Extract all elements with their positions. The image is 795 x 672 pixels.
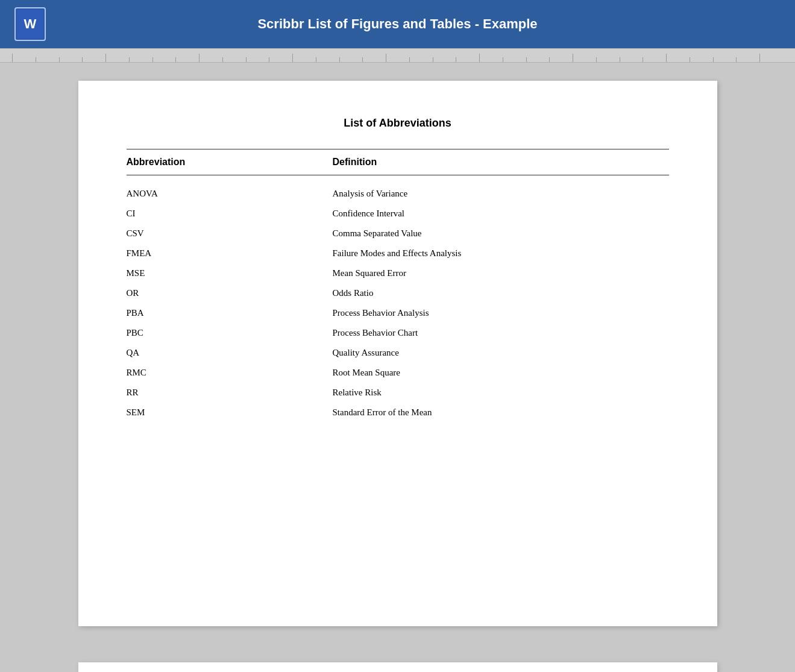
abbrev-cell: FMEA (127, 243, 333, 263)
abbrev-cell: ANOVA (127, 175, 333, 204)
ruler-mark (736, 57, 759, 62)
ruler-mark (269, 57, 292, 62)
abbrev-cell: RMC (127, 363, 333, 383)
definition-cell: Quality Assurance (333, 343, 669, 363)
ruler-marks (0, 49, 795, 62)
table-row: OROdds Ratio (127, 283, 669, 303)
ruler-mark (59, 57, 83, 62)
footer-area: Scribbr (0, 662, 795, 672)
table-row: RMCRoot Mean Square (127, 363, 669, 383)
scribbr-footer-bar: Scribbr (78, 662, 717, 672)
ruler-bar (0, 48, 795, 63)
table-header-row: Abbreviation Definition (127, 149, 669, 175)
definition-cell: Root Mean Square (333, 363, 669, 383)
ruler-mark (199, 54, 222, 62)
abbrev-cell: PBA (127, 303, 333, 323)
ruler-mark (36, 57, 59, 62)
abbrev-cell: QA (127, 343, 333, 363)
table-row: QAQuality Assurance (127, 343, 669, 363)
definition-cell: Odds Ratio (333, 283, 669, 303)
ruler-mark (666, 54, 690, 62)
ruler-mark (105, 54, 129, 62)
definition-cell: Confidence Interval (333, 204, 669, 224)
table-row: MSEMean Squared Error (127, 263, 669, 283)
abbrev-cell: RR (127, 383, 333, 403)
word-icon-letter: W (17, 10, 43, 39)
ruler-mark (526, 57, 550, 62)
definition-cell: Process Behavior Chart (333, 323, 669, 343)
abbrev-cell: MSE (127, 263, 333, 283)
abbrev-cell: OR (127, 283, 333, 303)
ruler-mark (620, 57, 643, 62)
definition-cell: Failure Modes and Effects Analysis (333, 243, 669, 263)
ruler-mark (713, 57, 737, 62)
table-row: FMEAFailure Modes and Effects Analysis (127, 243, 669, 263)
ruler-mark (175, 57, 199, 62)
table-row: CIConfidence Interval (127, 204, 669, 224)
definition-cell: Standard Error of the Mean (333, 403, 669, 422)
ruler-mark (690, 57, 713, 62)
app-header: W Scribbr List of Figures and Tables - E… (0, 0, 795, 48)
abbrev-cell: CSV (127, 224, 333, 243)
table-row: RRRelative Risk (127, 383, 669, 403)
table-row: PBCProcess Behavior Chart (127, 323, 669, 343)
ruler-mark (12, 54, 36, 62)
definition-cell: Analysis of Variance (333, 175, 669, 204)
ruler-mark (573, 54, 596, 62)
table-row: CSVComma Separated Value (127, 224, 669, 243)
ruler-mark (82, 57, 105, 62)
column-header-abbreviation: Abbreviation (127, 149, 333, 175)
page-title: List of Abbreviations (127, 117, 669, 130)
abbreviations-table: Abbreviation Definition ANOVAAnalysis of… (127, 149, 669, 422)
definition-cell: Relative Risk (333, 383, 669, 403)
ruler-mark (433, 57, 456, 62)
table-row: PBAProcess Behavior Analysis (127, 303, 669, 323)
ruler-mark (456, 57, 479, 62)
ruler-mark (222, 57, 246, 62)
ruler-mark (643, 57, 666, 62)
definition-cell: Comma Separated Value (333, 224, 669, 243)
page-container: List of Abbreviations Abbreviation Defin… (0, 63, 795, 662)
definition-cell: Mean Squared Error (333, 263, 669, 283)
abbrev-cell: SEM (127, 403, 333, 422)
ruler-mark (152, 57, 176, 62)
abbrev-cell: PBC (127, 323, 333, 343)
ruler-mark (479, 54, 503, 62)
table-row: SEMStandard Error of the Mean (127, 403, 669, 422)
table-row: ANOVAAnalysis of Variance (127, 175, 669, 204)
ruler-mark (503, 57, 526, 62)
ruler-mark (386, 54, 409, 62)
ruler-mark (409, 57, 433, 62)
ruler-mark (549, 57, 573, 62)
ruler-mark (596, 57, 620, 62)
ruler-mark (316, 57, 339, 62)
definition-cell: Process Behavior Analysis (333, 303, 669, 323)
ruler-mark (339, 57, 363, 62)
abbrev-cell: CI (127, 204, 333, 224)
ruler-mark (129, 57, 152, 62)
word-app-icon: W (14, 7, 46, 41)
document-page: List of Abbreviations Abbreviation Defin… (78, 81, 717, 626)
ruler-mark (246, 57, 269, 62)
ruler-mark (759, 54, 783, 62)
header-title: Scribbr List of Figures and Tables - Exa… (55, 16, 781, 32)
column-header-definition: Definition (333, 149, 669, 175)
ruler-mark (292, 54, 316, 62)
ruler-mark (362, 57, 386, 62)
